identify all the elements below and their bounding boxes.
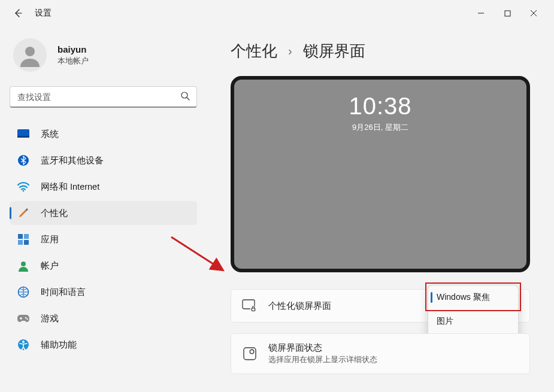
sidebar-item-label: 个性化 [41, 208, 68, 219]
window-title: 设置 [35, 8, 52, 19]
svg-rect-4 [17, 136, 29, 138]
window-controls [468, 4, 547, 23]
account-icon [17, 259, 30, 272]
main-content: 个性化 › 锁屏界面 10:38 9月26日, 星期二 个性化锁屏界面 Wind… [207, 26, 554, 392]
sidebar: baiyun 本地帐户 系统 蓝牙和其他设备 网络和 Internet [0, 26, 207, 392]
sidebar-item-label: 蓝牙和其他设备 [41, 155, 104, 166]
profile-subtitle: 本地帐户 [57, 56, 89, 66]
sidebar-item-network[interactable]: 网络和 Internet [10, 175, 197, 199]
svg-point-13 [25, 317, 26, 318]
accessibility-icon [17, 338, 30, 351]
sidebar-item-accessibility[interactable]: 辅助功能 [10, 333, 197, 357]
card-title: 个性化锁屏界面 [268, 300, 331, 312]
globe-clock-icon [17, 285, 30, 299]
search-container [10, 86, 197, 108]
svg-point-1 [25, 47, 35, 56]
svg-point-16 [22, 341, 25, 343]
dropdown-item-label: 图片 [437, 316, 453, 327]
arrow-left-icon [13, 8, 23, 18]
profile-block[interactable]: baiyun 本地帐户 [10, 34, 197, 86]
sidebar-item-label: 系统 [41, 129, 59, 140]
card-title: 锁屏界面状态 [268, 342, 377, 354]
breadcrumb: 个性化 › 锁屏界面 [231, 41, 540, 62]
svg-rect-0 [505, 11, 510, 16]
sidebar-item-accounts[interactable]: 帐户 [10, 254, 197, 278]
avatar [13, 38, 47, 72]
svg-point-11 [21, 262, 26, 266]
sidebar-item-time-language[interactable]: 时间和语言 [10, 280, 197, 304]
svg-rect-20 [244, 348, 256, 360]
sidebar-item-gaming[interactable]: 游戏 [10, 306, 197, 330]
search-icon [180, 91, 190, 103]
breadcrumb-current: 锁屏界面 [303, 41, 365, 62]
svg-rect-10 [24, 240, 29, 245]
sidebar-item-system[interactable]: 系统 [10, 122, 197, 146]
sidebar-item-label: 网络和 Internet [41, 181, 99, 193]
svg-rect-8 [24, 234, 29, 239]
dropdown-item-picture[interactable]: 图片 [428, 309, 518, 333]
close-icon [530, 10, 537, 17]
sidebar-item-label: 游戏 [41, 313, 59, 324]
annotation-arrow [207, 235, 229, 276]
picture-lock-icon [242, 298, 258, 314]
sidebar-item-label: 应用 [41, 234, 59, 245]
profile-name: baiyun [57, 44, 89, 54]
svg-point-14 [26, 318, 28, 320]
search-input[interactable] [10, 86, 197, 108]
sidebar-item-label: 帐户 [41, 260, 59, 272]
person-icon [18, 43, 42, 67]
sidebar-item-bluetooth[interactable]: 蓝牙和其他设备 [10, 148, 197, 172]
back-button[interactable] [12, 7, 24, 19]
sidebar-item-label: 时间和语言 [41, 287, 86, 298]
preview-time: 10:38 [349, 93, 411, 120]
wifi-icon [17, 180, 30, 193]
preview-date: 9月26日, 星期二 [352, 122, 408, 133]
card-subtitle: 选择应用在锁屏上显示详细状态 [268, 355, 377, 365]
personalize-lock-screen-card[interactable]: 个性化锁屏界面 Windows 聚焦 图片 幻灯片放映 [231, 289, 530, 323]
sidebar-item-label: 辅助功能 [41, 339, 77, 351]
svg-rect-9 [18, 240, 23, 245]
bluetooth-icon [17, 154, 30, 167]
svg-point-21 [250, 350, 254, 354]
svg-point-2 [181, 92, 187, 98]
minimize-button[interactable] [468, 4, 494, 23]
maximize-icon [504, 10, 511, 17]
paintbrush-icon [17, 206, 30, 220]
svg-point-6 [23, 190, 25, 192]
gamepad-icon [17, 312, 30, 325]
apps-icon [17, 233, 30, 246]
lock-screen-preview: 10:38 9月26日, 星期二 [231, 76, 530, 272]
sidebar-item-personalization[interactable]: 个性化 [10, 201, 197, 225]
minimize-icon [477, 10, 485, 17]
lock-screen-status-card[interactable]: 锁屏界面状态 选择应用在锁屏上显示详细状态 [231, 333, 530, 374]
dropdown-item-spotlight[interactable]: Windows 聚焦 [428, 285, 518, 309]
sidebar-item-apps[interactable]: 应用 [10, 227, 197, 251]
display-icon [17, 127, 30, 141]
status-app-icon [242, 346, 258, 361]
maximize-button[interactable] [494, 4, 520, 23]
dropdown-item-label: Windows 聚焦 [437, 292, 490, 303]
chevron-right-icon: › [288, 44, 292, 58]
svg-rect-7 [18, 234, 23, 239]
breadcrumb-parent[interactable]: 个性化 [231, 41, 277, 62]
close-button[interactable] [520, 4, 547, 23]
nav-list: 系统 蓝牙和其他设备 网络和 Internet 个性化 应用 帐户 [10, 122, 197, 357]
titlebar: 设置 [0, 0, 554, 26]
